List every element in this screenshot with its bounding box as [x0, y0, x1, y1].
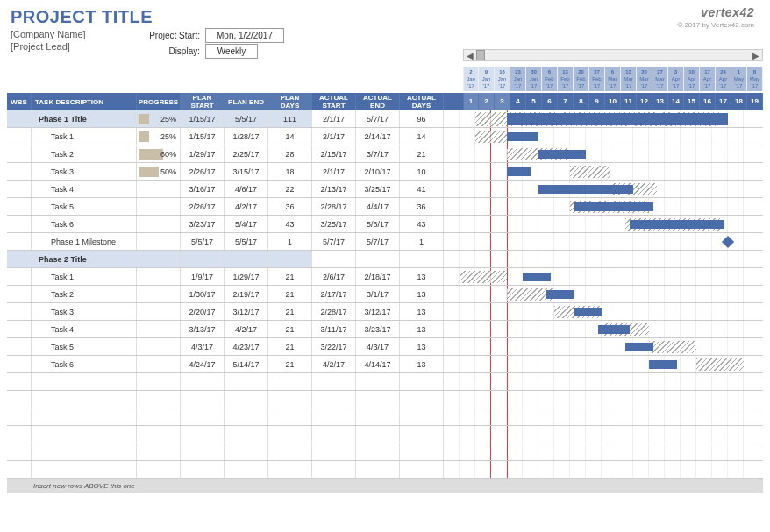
progress-cell[interactable] [137, 268, 181, 285]
plan-end-cell[interactable]: 2/25/17 [225, 145, 268, 162]
progress-cell[interactable] [137, 321, 181, 337]
actual-start-cell[interactable]: 2/15/17 [312, 145, 356, 162]
actual-days-cell[interactable]: 14 [400, 128, 444, 145]
actual-end-cell[interactable] [356, 251, 400, 267]
empty-row[interactable] [7, 408, 763, 426]
plan-end-cell[interactable]: 4/2/17 [225, 321, 268, 337]
task-row[interactable]: Phase 1 Milestone5/5/175/5/1715/7/175/7/… [7, 233, 763, 251]
task-row[interactable]: Task 64/24/175/14/17214/2/174/14/1713 [7, 356, 763, 373]
actual-start-cell[interactable] [312, 251, 356, 267]
plan-days-cell[interactable]: 28 [268, 145, 312, 162]
plan-end-cell[interactable]: 4/2/17 [225, 198, 268, 215]
phase-row[interactable]: Phase 1 Title25%1/15/175/5/171112/1/175/… [7, 110, 763, 128]
task-row[interactable]: Task 260%1/29/172/25/17282/15/173/7/1721 [7, 145, 763, 163]
progress-cell[interactable]: 25% [137, 128, 181, 145]
empty-row[interactable] [7, 373, 763, 391]
progress-cell[interactable] [137, 233, 181, 250]
plan-days-cell[interactable]: 21 [268, 338, 312, 355]
project-start-input[interactable]: Mon, 1/2/2017 [205, 28, 284, 43]
plan-end-cell[interactable]: 5/14/17 [225, 356, 268, 372]
plan-days-cell[interactable]: 22 [268, 181, 312, 197]
task-description-cell[interactable]: Task 4 [32, 321, 137, 337]
plan-days-cell[interactable]: 36 [268, 198, 312, 215]
plan-start-cell[interactable]: 1/29/17 [181, 145, 225, 162]
scroll-left-icon[interactable]: ◀ [464, 51, 476, 60]
actual-start-cell[interactable]: 3/22/17 [312, 338, 356, 355]
actual-days-cell[interactable]: 13 [400, 286, 444, 302]
task-description-cell[interactable]: Phase 2 Title [32, 251, 137, 267]
actual-end-cell[interactable]: 3/12/17 [356, 303, 400, 320]
actual-days-cell[interactable]: 13 [400, 356, 444, 372]
task-row[interactable]: Task 63/23/175/4/17433/25/175/6/1743 [7, 216, 763, 233]
progress-cell[interactable] [137, 216, 181, 232]
actual-days-cell[interactable]: 13 [400, 268, 444, 285]
plan-start-cell[interactable]: 1/9/17 [181, 268, 225, 285]
actual-days-cell[interactable]: 43 [400, 216, 444, 232]
plan-days-cell[interactable]: 1 [268, 233, 312, 250]
actual-days-cell[interactable]: 21 [400, 145, 444, 162]
task-description-cell[interactable]: Task 1 [32, 128, 137, 145]
plan-start-cell[interactable]: 4/3/17 [181, 338, 225, 355]
empty-row[interactable] [7, 461, 763, 479]
actual-end-cell[interactable]: 5/6/17 [356, 216, 400, 232]
progress-cell[interactable] [137, 181, 181, 197]
task-row[interactable]: Task 52/26/174/2/17362/28/174/4/1736 [7, 198, 763, 216]
plan-end-cell[interactable]: 3/15/17 [225, 163, 268, 180]
task-description-cell[interactable]: Phase 1 Milestone [32, 233, 137, 250]
actual-days-cell[interactable]: 13 [400, 338, 444, 355]
plan-days-cell[interactable] [268, 251, 312, 267]
actual-start-cell[interactable]: 2/28/17 [312, 303, 356, 320]
scroll-thumb[interactable] [476, 50, 485, 60]
plan-start-cell[interactable]: 4/24/17 [181, 356, 225, 372]
task-description-cell[interactable]: Task 2 [32, 145, 137, 162]
actual-days-cell[interactable]: 10 [400, 163, 444, 180]
actual-days-cell[interactable]: 13 [400, 321, 444, 337]
actual-end-cell[interactable]: 3/25/17 [356, 181, 400, 197]
plan-start-cell[interactable]: 3/23/17 [181, 216, 225, 232]
plan-end-cell[interactable]: 1/29/17 [225, 268, 268, 285]
actual-days-cell[interactable]: 41 [400, 181, 444, 197]
plan-start-cell[interactable]: 1/15/17 [181, 128, 225, 145]
plan-end-cell[interactable]: 2/19/17 [225, 286, 268, 302]
task-description-cell[interactable]: Task 6 [32, 216, 137, 232]
actual-end-cell[interactable]: 4/14/17 [356, 356, 400, 372]
plan-days-cell[interactable]: 111 [268, 110, 312, 127]
actual-start-cell[interactable]: 2/1/17 [312, 128, 356, 145]
task-description-cell[interactable]: Task 2 [32, 286, 137, 302]
plan-end-cell[interactable]: 4/23/17 [225, 338, 268, 355]
plan-start-cell[interactable]: 3/16/17 [181, 181, 225, 197]
plan-end-cell[interactable]: 1/28/17 [225, 128, 268, 145]
task-description-cell[interactable]: Task 3 [32, 163, 137, 180]
actual-end-cell[interactable]: 5/7/17 [356, 233, 400, 250]
phase-row[interactable]: Phase 2 Title [7, 251, 763, 268]
task-row[interactable]: Task 54/3/174/23/17213/22/174/3/1713 [7, 338, 763, 356]
actual-start-cell[interactable]: 2/13/17 [312, 181, 356, 197]
task-description-cell[interactable]: Task 1 [32, 268, 137, 285]
plan-start-cell[interactable]: 2/26/17 [181, 198, 225, 215]
plan-days-cell[interactable]: 43 [268, 216, 312, 232]
plan-start-cell[interactable]: 1/15/17 [181, 110, 225, 127]
scroll-right-icon[interactable]: ▶ [750, 51, 762, 60]
plan-end-cell[interactable]: 4/6/17 [225, 181, 268, 197]
actual-end-cell[interactable]: 2/18/17 [356, 268, 400, 285]
actual-start-cell[interactable]: 2/1/17 [312, 163, 356, 180]
actual-days-cell[interactable] [400, 251, 444, 267]
plan-days-cell[interactable]: 21 [268, 303, 312, 320]
actual-end-cell[interactable]: 2/14/17 [356, 128, 400, 145]
actual-end-cell[interactable]: 3/1/17 [356, 286, 400, 302]
task-description-cell[interactable]: Task 5 [32, 338, 137, 355]
actual-end-cell[interactable]: 4/3/17 [356, 338, 400, 355]
plan-days-cell[interactable]: 14 [268, 128, 312, 145]
actual-end-cell[interactable]: 4/4/17 [356, 198, 400, 215]
empty-row[interactable] [7, 443, 763, 461]
task-description-cell[interactable]: Phase 1 Title [32, 110, 137, 127]
task-row[interactable]: Task 32/20/173/12/17212/28/173/12/1713 [7, 303, 763, 321]
actual-end-cell[interactable]: 3/7/17 [356, 145, 400, 162]
plan-days-cell[interactable]: 21 [268, 286, 312, 302]
empty-row[interactable] [7, 426, 763, 443]
actual-start-cell[interactable]: 2/28/17 [312, 198, 356, 215]
plan-days-cell[interactable]: 21 [268, 321, 312, 337]
actual-days-cell[interactable]: 13 [400, 303, 444, 320]
task-description-cell[interactable]: Task 4 [32, 181, 137, 197]
plan-start-cell[interactable]: 2/20/17 [181, 303, 225, 320]
